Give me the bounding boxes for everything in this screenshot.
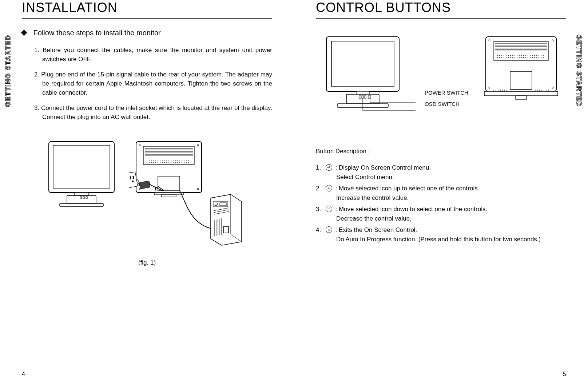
svg-point-58 [139,188,140,190]
svg-point-152 [489,87,490,88]
svg-point-109 [504,55,504,56]
connection-diagram-icon [129,140,249,249]
svg-point-143 [530,57,531,58]
button-description-list: 1. : Display On Screen Control menu. Sel… [316,163,566,244]
power-switch-label: POWER SWITCH [425,90,468,96]
svg-point-130 [501,57,502,58]
page-number: 4 [22,371,25,377]
svg-rect-62 [162,195,176,197]
svg-rect-7 [86,197,87,199]
svg-point-46 [168,162,169,163]
svg-point-124 [536,55,537,56]
section-title-installation: INSTALLATION [22,0,272,15]
svg-point-53 [184,162,184,163]
svg-point-21 [158,160,158,161]
svg-point-136 [514,57,515,58]
svg-point-149 [543,57,544,58]
svg-rect-84 [223,226,229,233]
svg-point-17 [149,160,150,161]
svg-point-141 [525,57,526,58]
svg-rect-4 [60,203,103,206]
svg-rect-169 [484,91,558,96]
btn-line1: : Display On Screen Control menu. [335,164,431,171]
svg-point-45 [166,162,167,163]
install-step: 1. Before you connect the cables, make s… [34,46,272,64]
svg-point-145 [534,57,535,58]
svg-point-119 [525,55,526,56]
svg-point-38 [151,162,152,163]
svg-point-19 [153,160,154,161]
item-number: 4. [316,225,324,235]
monitor-front-controls-icon [323,35,417,119]
item-number: 3. [316,205,324,214]
svg-rect-154 [510,71,532,90]
side-tab-label: GETTING STARTED [575,35,583,107]
svg-point-127 [543,55,544,56]
svg-point-44 [164,162,165,163]
svg-point-138 [519,57,520,58]
svg-rect-91 [362,96,363,98]
svg-point-26 [168,160,169,161]
svg-point-40 [155,162,156,163]
button-desc-heading: Button Description : [316,148,566,155]
svg-point-39 [153,162,154,163]
svg-point-128 [497,57,498,58]
svg-point-131 [504,57,504,58]
svg-point-111 [508,55,509,56]
divider [22,18,272,19]
svg-point-133 [508,57,509,58]
svg-point-146 [536,57,537,58]
btn-line2: Increase the control value. [316,193,566,203]
svg-point-153 [552,87,553,88]
control-diagram: POWER SWITCH OSD SWITCH [316,35,566,119]
left-page: GETTING STARTED INSTALLATION Follow thes… [0,0,294,384]
svg-point-16 [147,160,147,161]
svg-point-116 [519,55,520,56]
svg-point-144 [532,57,533,58]
item-number: 2. [316,184,324,193]
svg-rect-92 [364,96,366,98]
page-number: 5 [563,371,566,377]
button-desc-item: 3. : Move selected icon down to select o… [316,205,566,223]
a-icon: A [326,226,332,233]
svg-point-113 [512,55,513,56]
svg-point-126 [541,55,541,56]
svg-point-30 [177,160,178,161]
section-title-controls: CONTROL BUTTONS [316,0,566,15]
svg-point-135 [512,57,513,58]
svg-rect-1 [53,145,110,188]
svg-point-123 [534,55,535,56]
svg-point-115 [517,55,517,56]
svg-point-25 [166,160,167,161]
svg-rect-61 [154,193,183,195]
side-tab-left: GETTING STARTED [4,35,13,108]
install-step: 2. Plug one end of the 15-pin signal cab… [34,70,272,97]
svg-point-34 [186,160,187,161]
svg-point-41 [158,162,158,163]
svg-point-122 [532,55,533,56]
svg-point-120 [528,55,528,56]
svg-point-36 [147,162,147,163]
svg-point-27 [171,160,171,161]
svg-rect-75 [220,203,226,206]
svg-point-50 [177,162,178,163]
enter-icon [326,164,332,171]
svg-point-55 [188,162,189,163]
svg-point-74 [215,203,218,206]
btn-line2: Decrease the control value. [316,214,566,223]
divider [316,18,566,19]
svg-point-49 [175,162,176,163]
svg-rect-93 [368,96,371,98]
svg-point-112 [510,55,511,56]
svg-point-142 [528,57,528,58]
svg-text:A: A [328,228,330,232]
osd-switch-label: OSD SWITCH [425,101,468,107]
item-number: 1. [316,163,324,173]
svg-point-56 [139,145,140,146]
svg-point-150 [489,40,490,41]
button-desc-item: 2. : Move selected icon up to select one… [316,184,566,202]
diamond-bullet-icon [21,30,27,36]
right-page: GETTING STARTED CONTROL BUTTONS [294,0,588,384]
svg-point-35 [188,160,189,161]
svg-point-31 [179,160,180,161]
